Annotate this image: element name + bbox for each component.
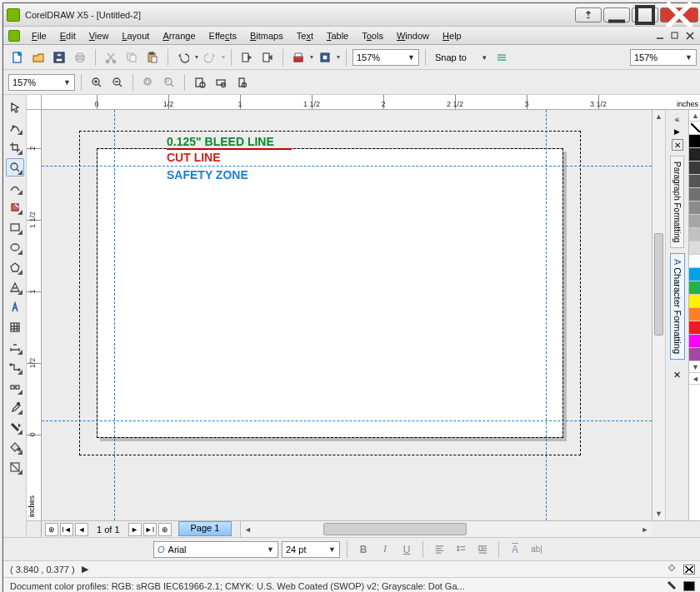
print-button[interactable] — [71, 48, 89, 67]
swatch[interactable] — [689, 335, 700, 348]
swatch[interactable] — [689, 162, 700, 175]
fill-indicator-icon[interactable] — [667, 564, 677, 575]
add-page-button[interactable]: ⊕ — [45, 523, 58, 536]
swatch[interactable] — [689, 281, 700, 295]
italic-button[interactable]: I — [376, 540, 394, 559]
zoom-selection-button[interactable] — [139, 73, 158, 92]
swatch[interactable] — [689, 321, 700, 335]
swatch-none[interactable] — [689, 122, 700, 135]
zoom-width-button[interactable] — [212, 73, 230, 92]
bold-button[interactable]: B — [354, 540, 372, 559]
swatch[interactable] — [689, 175, 700, 188]
guide-left[interactable] — [114, 110, 115, 520]
table-tool[interactable] — [6, 318, 24, 336]
zoom-combo-1[interactable]: 157%▼ — [352, 49, 419, 66]
swatch[interactable] — [689, 201, 700, 215]
zoom-all-button[interactable] — [160, 73, 178, 92]
menu-tools[interactable]: Tools — [355, 29, 390, 42]
docker-play-icon[interactable]: ▶ — [674, 127, 680, 136]
interactive-fill-tool[interactable] — [6, 458, 24, 476]
swatch[interactable] — [689, 241, 700, 255]
cut-button[interactable] — [102, 48, 120, 67]
zoom-height-button[interactable] — [232, 73, 251, 92]
menu-layout[interactable]: Layout — [115, 29, 156, 42]
menu-text[interactable]: Text — [290, 29, 320, 42]
menu-help[interactable]: Help — [436, 29, 468, 42]
zoom-out-button[interactable] — [108, 73, 127, 92]
doc-minimize-button[interactable] — [655, 31, 667, 41]
first-page-button[interactable]: I◄ — [60, 523, 73, 536]
zoom-combo-3[interactable]: 157%▼ — [8, 74, 75, 91]
guide-right[interactable] — [546, 110, 547, 520]
guide-bottom[interactable] — [42, 420, 652, 421]
drawing-canvas[interactable]: 0.125" BLEED LINE CUT LINE SAFETY ZONE — [42, 110, 652, 520]
docker-tab-character[interactable]: A Character Formatting — [670, 253, 685, 360]
ellipse-tool[interactable] — [6, 238, 24, 256]
dropcap-button[interactable] — [473, 540, 492, 559]
vertical-ruler[interactable]: 2 1 1/2 1 1/2 0 inches — [27, 110, 42, 520]
docker-pin-icon[interactable]: ✕ — [673, 370, 681, 381]
docker-close-icon[interactable]: ✕ — [672, 139, 683, 151]
open-button[interactable] — [29, 48, 48, 67]
eyedropper-tool[interactable] — [6, 398, 24, 416]
copy-button[interactable] — [122, 48, 141, 67]
status-next-icon[interactable]: ▶ — [82, 564, 88, 575]
maximize-button[interactable] — [632, 7, 658, 22]
menu-effects[interactable]: Effects — [202, 29, 243, 42]
char-format-button[interactable]: A — [506, 540, 524, 559]
app-launcher-button[interactable] — [316, 48, 334, 67]
shape-tool[interactable] — [6, 118, 24, 137]
save-button[interactable] — [50, 48, 68, 67]
freehand-tool[interactable] — [6, 178, 24, 197]
vertical-scrollbar[interactable]: ▲ ▼ — [652, 110, 665, 520]
swatch[interactable] — [689, 268, 700, 281]
page-tab-1[interactable]: Page 1 — [178, 521, 232, 536]
horizontal-scrollbar[interactable]: ◄ ► — [240, 521, 652, 537]
options-button[interactable] — [492, 48, 511, 67]
fill-tool[interactable] — [6, 438, 24, 456]
text-tool[interactable] — [6, 298, 24, 316]
next-page-button[interactable]: ► — [128, 523, 142, 536]
import-button[interactable] — [238, 48, 256, 67]
smart-fill-tool[interactable] — [6, 198, 24, 216]
outline-tool[interactable] — [6, 418, 24, 436]
docker-expand-icon[interactable]: « — [675, 115, 680, 124]
connector-tool[interactable] — [6, 358, 24, 376]
doc-restore-button[interactable] — [670, 31, 682, 41]
outline-black-swatch[interactable] — [683, 581, 695, 591]
edit-text-button[interactable]: ab| — [528, 540, 546, 559]
ruler-origin[interactable] — [27, 95, 42, 109]
menu-window[interactable]: Window — [390, 29, 436, 42]
swatch[interactable] — [689, 255, 700, 268]
fill-none-swatch[interactable] — [683, 565, 695, 575]
menu-view[interactable]: View — [82, 29, 116, 42]
prev-page-button[interactable]: ◄ — [75, 523, 88, 536]
guide-top[interactable] — [42, 166, 652, 167]
publish-pdf-button[interactable] — [289, 48, 308, 67]
last-page-button[interactable]: ►I — [143, 523, 157, 536]
dimension-tool[interactable] — [6, 338, 24, 356]
snapto-combo[interactable]: Snap to▾ — [432, 49, 490, 66]
docker-tab-paragraph[interactable]: Paragraph Formatting — [670, 156, 684, 248]
swatch[interactable] — [689, 228, 700, 241]
new-button[interactable] — [8, 48, 27, 67]
menu-table[interactable]: Table — [320, 29, 355, 42]
undo-button[interactable] — [174, 48, 192, 67]
menu-arrange[interactable]: Arrange — [156, 29, 202, 42]
swatch[interactable] — [689, 135, 700, 148]
zoom-tool[interactable] — [6, 158, 24, 177]
underline-button[interactable]: U — [398, 540, 416, 559]
zoom-combo-2[interactable]: 157%▼ — [630, 49, 697, 66]
font-combo[interactable]: OArial▼ — [153, 541, 278, 558]
export-button[interactable] — [258, 48, 277, 67]
swatch[interactable] — [689, 348, 700, 361]
zoom-in-button[interactable] — [88, 73, 106, 92]
swatch[interactable] — [689, 308, 700, 321]
doc-close-button[interactable] — [685, 31, 697, 41]
bullets-button[interactable] — [452, 540, 470, 559]
interactive-tool[interactable] — [6, 378, 24, 396]
menu-bitmaps[interactable]: Bitmaps — [243, 29, 290, 42]
palette-flyout-icon[interactable]: ◄ — [689, 373, 700, 385]
zoom-page-button[interactable] — [191, 73, 209, 92]
basic-shapes-tool[interactable] — [6, 278, 24, 296]
